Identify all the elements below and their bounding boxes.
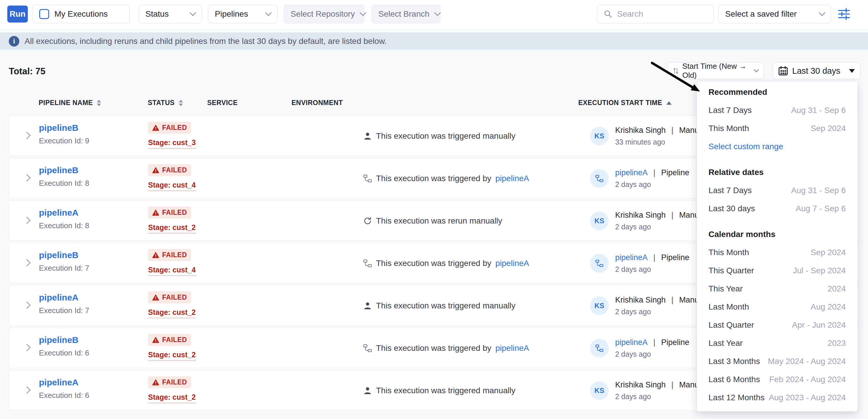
status-label: FAILED bbox=[162, 124, 187, 132]
sort-select[interactable]: Start Time (New → Old) bbox=[667, 62, 764, 79]
col-execution-start-time[interactable]: EXECUTION START TIME bbox=[578, 99, 662, 107]
pipeline-link[interactable]: pipelineA bbox=[39, 293, 79, 302]
user-icon bbox=[363, 301, 372, 310]
chevron-down-icon bbox=[265, 9, 272, 16]
expand-chevron-icon[interactable] bbox=[23, 217, 30, 224]
status-filter-select[interactable]: Status bbox=[139, 5, 202, 23]
separator: | bbox=[669, 380, 676, 389]
option-date-range: Apr - Jun 2024 bbox=[792, 320, 846, 330]
expand-chevron-icon[interactable] bbox=[23, 259, 30, 266]
failed-stage-link[interactable]: Stage: cust_2 bbox=[148, 393, 196, 403]
option-label[interactable]: Last 6 Months bbox=[709, 375, 760, 384]
trigger-type: Pipeline bbox=[661, 253, 689, 262]
option-label[interactable]: Last Month bbox=[709, 302, 749, 312]
failed-stage-link[interactable]: Stage: cust_3 bbox=[148, 138, 196, 149]
date-range-option[interactable]: Last 12 MonthsAug 2023 - Aug 2024 bbox=[697, 389, 858, 407]
option-date-range: Sep 2024 bbox=[811, 124, 846, 133]
status-badge: FAILED bbox=[148, 334, 191, 346]
option-label[interactable]: Last Quarter bbox=[709, 320, 754, 330]
separator: | bbox=[669, 295, 676, 304]
actor-name: Krishika Singh bbox=[615, 380, 666, 389]
separator: | bbox=[669, 126, 676, 135]
date-range-option[interactable]: Last 30 daysAug 7 - Sep 6 bbox=[697, 199, 858, 218]
expand-chevron-icon[interactable] bbox=[23, 386, 30, 393]
avatar: KS bbox=[590, 127, 609, 146]
actor-name[interactable]: pipelineA bbox=[615, 253, 648, 262]
my-executions-label: My Executions bbox=[55, 9, 123, 19]
failed-stage-link[interactable]: Stage: cust_4 bbox=[148, 266, 196, 276]
failed-stage-link[interactable]: Stage: cust_2 bbox=[148, 223, 196, 233]
date-range-option[interactable]: This MonthSep 2024 bbox=[697, 244, 858, 262]
expand-chevron-icon[interactable] bbox=[23, 132, 30, 139]
option-label[interactable]: Last 12 Months bbox=[709, 393, 765, 402]
avatar bbox=[590, 254, 609, 273]
pipelines-filter-select[interactable]: Pipelines bbox=[208, 5, 277, 23]
option-label[interactable]: Last 7 Days bbox=[709, 186, 752, 195]
sort-toggle-icon[interactable] bbox=[97, 100, 101, 106]
option-label[interactable]: This Year bbox=[709, 284, 743, 293]
pipeline-avatar-icon bbox=[595, 344, 603, 352]
failed-stage-link[interactable]: Stage: cust_2 bbox=[148, 351, 196, 361]
start-time: 33 minutes ago bbox=[615, 138, 711, 146]
option-label[interactable]: Last 7 Days bbox=[709, 106, 752, 115]
expand-chevron-icon[interactable] bbox=[23, 301, 30, 309]
trigger-pipeline-link[interactable]: pipelineA bbox=[495, 259, 529, 268]
saved-filter-select[interactable]: Select a saved filter bbox=[718, 5, 831, 23]
date-range-option[interactable]: Last 7 DaysAug 31 - Sep 6 bbox=[697, 101, 858, 119]
option-label[interactable]: This Month bbox=[709, 248, 749, 257]
branch-filter-select[interactable]: Select Branch bbox=[372, 5, 440, 23]
avatar-initials: KS bbox=[594, 132, 604, 140]
filter-settings-icon[interactable] bbox=[838, 8, 850, 21]
pipeline-link[interactable]: pipelineB bbox=[39, 335, 79, 345]
search-input[interactable] bbox=[617, 9, 702, 19]
custom-range-link[interactable]: Select custom range bbox=[709, 142, 783, 151]
repository-filter-select[interactable]: Select Repository bbox=[284, 5, 364, 23]
my-executions-checkbox[interactable] bbox=[39, 9, 49, 19]
col-status[interactable]: STATUS bbox=[148, 99, 175, 107]
chevron-down-icon bbox=[360, 9, 366, 16]
date-range-option[interactable]: Last 7 DaysAug 31 - Sep 6 bbox=[697, 182, 858, 199]
date-range-option[interactable]: Last 6 MonthsFeb 2024 - Aug 2024 bbox=[697, 370, 858, 389]
date-range-option[interactable]: This MonthSep 2024 bbox=[697, 119, 858, 137]
avatar: KS bbox=[590, 381, 609, 400]
date-range-button[interactable]: Last 30 days bbox=[773, 62, 860, 79]
actor-name[interactable]: pipelineA bbox=[615, 338, 648, 347]
pipeline-link[interactable]: pipelineB bbox=[39, 165, 79, 175]
option-date-range: Aug 31 - Sep 6 bbox=[791, 186, 846, 195]
col-pipeline-name[interactable]: PIPELINE NAME bbox=[39, 99, 93, 107]
pipeline-link[interactable]: pipelineA bbox=[39, 208, 79, 217]
pipelines-filter-label: Pipelines bbox=[215, 9, 260, 19]
separator: | bbox=[669, 211, 676, 220]
option-label[interactable]: This Month bbox=[709, 124, 749, 133]
date-range-option[interactable]: Last 3 MonthsMay 2024 - Aug 2024 bbox=[697, 352, 858, 370]
pipeline-link[interactable]: pipelineA bbox=[39, 378, 79, 387]
date-range-option[interactable]: This QuarterJul - Sep 2024 bbox=[697, 262, 858, 280]
failed-stage-link[interactable]: Stage: cust_4 bbox=[148, 181, 196, 191]
my-executions-toggle[interactable]: My Executions bbox=[32, 5, 130, 23]
trigger-pipeline-link[interactable]: pipelineA bbox=[495, 174, 529, 183]
chevron-down-icon bbox=[434, 9, 441, 16]
option-label[interactable]: Last 3 Months bbox=[709, 357, 760, 366]
run-button[interactable]: Run bbox=[7, 6, 28, 23]
search-field[interactable] bbox=[597, 5, 714, 23]
pipeline-link[interactable]: pipelineB bbox=[39, 123, 79, 133]
date-range-option[interactable]: Last QuarterApr - Jun 2024 bbox=[697, 316, 858, 334]
pipeline-link[interactable]: pipelineB bbox=[39, 250, 79, 260]
warning-triangle-icon bbox=[152, 337, 159, 343]
date-range-option[interactable]: Last Year2023 bbox=[697, 334, 858, 352]
date-range-option[interactable]: Select custom range bbox=[697, 137, 858, 156]
option-label[interactable]: This Quarter bbox=[709, 266, 754, 275]
sort-toggle-icon[interactable] bbox=[179, 100, 183, 106]
pipeline-executions-page: Run My Executions Status Pipelines Selec… bbox=[0, 0, 868, 419]
avatar bbox=[590, 169, 609, 188]
actor-name[interactable]: pipelineA bbox=[615, 168, 648, 177]
date-range-option[interactable]: This Year2024 bbox=[697, 280, 858, 298]
failed-stage-link[interactable]: Stage: cust_2 bbox=[148, 308, 196, 318]
date-range-option[interactable]: Last MonthAug 2024 bbox=[697, 298, 858, 316]
status-label: FAILED bbox=[162, 166, 187, 174]
expand-chevron-icon[interactable] bbox=[23, 174, 30, 182]
expand-chevron-icon[interactable] bbox=[23, 344, 30, 351]
option-label[interactable]: Last Year bbox=[709, 339, 743, 348]
trigger-pipeline-link[interactable]: pipelineA bbox=[495, 344, 529, 353]
option-label[interactable]: Last 30 days bbox=[709, 204, 755, 213]
